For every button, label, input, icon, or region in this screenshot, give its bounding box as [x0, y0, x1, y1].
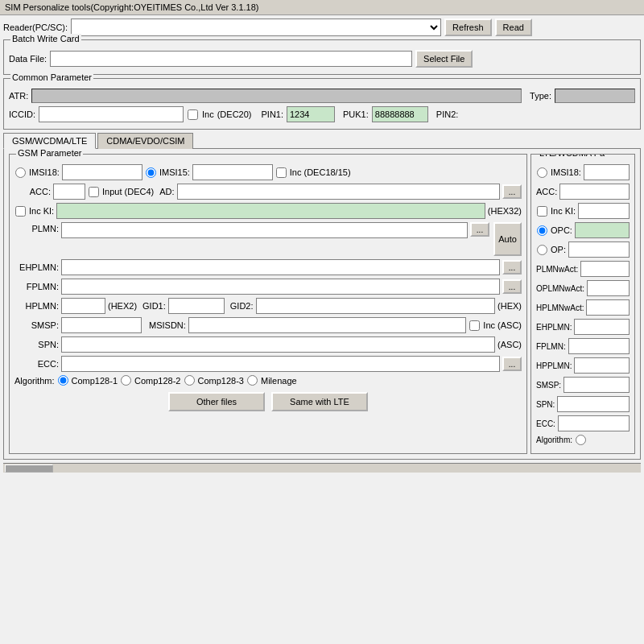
algo2-radio[interactable]: [121, 375, 131, 386]
opc-label: OPC:: [551, 225, 572, 235]
ecc-input[interactable]: [61, 356, 500, 372]
lte-wcdma-panel: LTE/WCDMA Pa IMSI18: ACC: Inc KI:: [530, 154, 635, 454]
op-input[interactable]: [568, 242, 630, 258]
plmn-label: PLMN:: [14, 224, 59, 233]
lte-wcdma-title: LTE/WCDMA Pa: [538, 154, 606, 158]
ad-input[interactable]: [177, 184, 500, 200]
data-file-input[interactable]: [50, 51, 412, 67]
algo2-label: Comp128-2: [134, 376, 180, 386]
lte-imsi18-input[interactable]: [584, 164, 630, 180]
msisdn-input[interactable]: [188, 317, 467, 333]
fplmn-input[interactable]: [61, 279, 500, 295]
puk1-input[interactable]: [372, 106, 428, 122]
fplmn-label: FPLMN:: [14, 282, 59, 291]
iccid-input[interactable]: [39, 106, 184, 122]
lte-algo-radio[interactable]: [576, 435, 586, 445]
imsi-inc-checkbox[interactable]: [276, 167, 287, 178]
op-radio[interactable]: [537, 245, 547, 255]
title-bar: SIM Personalize tools(Copyright:OYEITIME…: [0, 0, 644, 15]
ad-dots-button[interactable]: ...: [502, 184, 522, 199]
ki-inc-checkbox[interactable]: [15, 206, 26, 217]
lte-smsp-label: SMSP:: [536, 381, 561, 390]
reader-select[interactable]: [71, 19, 441, 36]
acc-input-checkbox[interactable]: [89, 187, 99, 197]
opc-input[interactable]: [575, 222, 630, 238]
lte-ehplmn-label: EHPLMN:: [536, 323, 572, 332]
imsi-inc-label: Inc: [290, 167, 302, 177]
plmn-dots-button[interactable]: ...: [470, 222, 489, 237]
lte-imsi18-radio[interactable]: [537, 167, 547, 178]
algorithm-label: Algorithm:: [14, 376, 55, 386]
algo4-radio[interactable]: [247, 375, 258, 386]
auto-button[interactable]: Auto: [493, 222, 522, 256]
imsi15-input[interactable]: [192, 164, 273, 180]
lte-ki-inc-checkbox[interactable]: [537, 206, 547, 217]
ehplmn-input[interactable]: [61, 259, 500, 275]
lte-ehplmn-input[interactable]: [574, 319, 630, 335]
read-button[interactable]: Read: [495, 19, 532, 36]
lte-algo-label: Algorithm:: [536, 436, 572, 444]
algo3-radio[interactable]: [184, 375, 195, 386]
hplmn-input[interactable]: [61, 298, 105, 314]
batch-write-card-title: Batch Write Card: [10, 34, 81, 43]
scrollbar-thumb[interactable]: [5, 464, 53, 473]
tab-gsm-wcdma-lte[interactable]: GSM/WCDMA/LTE: [3, 133, 96, 149]
select-file-button[interactable]: Select File: [415, 50, 473, 68]
plmnwact-input[interactable]: [580, 261, 630, 277]
iccid-inc-checkbox[interactable]: [188, 109, 198, 120]
spn-input[interactable]: [61, 336, 495, 353]
spn-label: SPN:: [14, 340, 59, 349]
hplmnwact-label: HPLMNwAct:: [536, 303, 584, 312]
msisdn-inc-label: Inc: [483, 320, 495, 330]
same-with-lte-button[interactable]: Same with LTE: [271, 392, 368, 411]
atr-label: ATR:: [9, 91, 28, 101]
lte-fplmn-label: FPLMN:: [536, 342, 566, 351]
msisdn-inc-checkbox[interactable]: [469, 320, 480, 331]
acc-input[interactable]: [53, 184, 85, 200]
pin1-input[interactable]: [287, 106, 335, 122]
oplmnwact-input[interactable]: [587, 280, 630, 296]
tab-cdma-evdo-csim[interactable]: CDMA/EVDO/CSIM: [97, 133, 193, 149]
imsi18-radio[interactable]: [15, 167, 26, 178]
lte-ecc-label: ECC:: [536, 419, 555, 428]
imsi-dec-label: (DEC18/15): [304, 167, 351, 177]
smsp-label: SMSP:: [14, 320, 59, 330]
tabs: GSM/WCDMA/LTE CDMA/EVDO/CSIM: [3, 133, 641, 149]
gid1-input[interactable]: [168, 298, 225, 314]
imsi18-input[interactable]: [62, 164, 142, 180]
ecc-dots-button[interactable]: ...: [502, 357, 522, 371]
pin2-label: PIN2:: [436, 109, 459, 119]
imsi15-radio[interactable]: [146, 167, 156, 178]
plmn-input[interactable]: [61, 222, 468, 238]
lte-ki-input[interactable]: [578, 203, 630, 219]
opc-radio[interactable]: [537, 225, 547, 236]
type-field: [555, 89, 635, 103]
ehplmn-dots-button[interactable]: ...: [502, 260, 522, 275]
lte-fplmn-input[interactable]: [568, 338, 630, 354]
lte-smsp-input[interactable]: [564, 377, 630, 393]
ki-input[interactable]: [56, 203, 485, 219]
imsi18-label: IMSI18:: [29, 167, 60, 177]
fplmn-dots-button[interactable]: ...: [502, 279, 522, 294]
op-label: OP:: [551, 245, 566, 254]
other-files-button[interactable]: Other files: [168, 392, 265, 411]
iccid-dec-label: (DEC20): [217, 109, 252, 119]
gid1-label: GID1:: [142, 301, 166, 311]
type-label: Type:: [530, 91, 551, 101]
gid2-hex-label: (HEX): [497, 301, 522, 311]
lte-hpplmn-label: HPPLMN:: [536, 361, 572, 370]
acc-label: ACC:: [14, 187, 51, 196]
algo1-radio[interactable]: [58, 375, 68, 386]
lte-hpplmn-input[interactable]: [574, 357, 630, 374]
gid2-input[interactable]: [256, 298, 496, 314]
lte-spn-input[interactable]: [557, 396, 630, 412]
algo1-label: Comp128-1: [72, 376, 118, 386]
atr-field: [31, 89, 522, 103]
hplmnwact-input[interactable]: [586, 299, 630, 316]
refresh-button[interactable]: Refresh: [444, 19, 492, 36]
horizontal-scrollbar[interactable]: [3, 463, 641, 473]
lte-ecc-input[interactable]: [558, 415, 630, 431]
lte-acc-input[interactable]: [559, 184, 630, 200]
acc-input-label: Input (DEC4): [102, 187, 154, 196]
smsp-input[interactable]: [61, 317, 142, 333]
